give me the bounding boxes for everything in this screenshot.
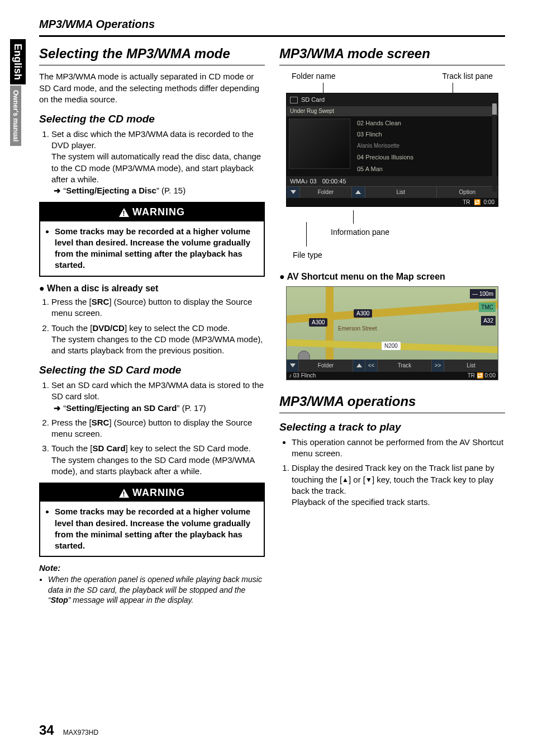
album-art: [289, 119, 350, 169]
mode-screen-shot: SD Card Under Rug Swept 02 Hands Clean 0…: [286, 93, 498, 207]
left-column: Selecting the MP3/WMA mode The MP3/WMA m…: [39, 45, 265, 710]
h1-selecting-mode: Selecting the MP3/WMA mode: [39, 45, 265, 65]
ops-step-1: Display the desired Track key on the Tra…: [292, 462, 505, 508]
header-rule: [39, 35, 505, 37]
folder-down-button[interactable]: [287, 360, 299, 372]
h2-cd-mode: Selecting the CD mode: [39, 112, 265, 126]
folder-up-button[interactable]: [352, 187, 365, 198]
tab-owners-manual: Owner's manual: [10, 86, 21, 146]
sd-step-2: Press the [SRC] (Source) button to displ…: [51, 417, 265, 440]
label-info-pane: Information pane: [286, 227, 498, 238]
warning-triangle-icon: !: [119, 208, 129, 217]
arrow-icon: ➜: [54, 403, 61, 413]
n200-badge: N200: [382, 342, 401, 351]
already-step-1: Press the [SRC] (Source) button to displ…: [51, 296, 265, 319]
a300-badge: A300: [309, 318, 327, 327]
h1-operations: MP3/WMA operations: [279, 393, 505, 413]
ops-note: This operation cannot be performed from …: [292, 437, 505, 460]
track-artist: Alanis Morissette: [355, 140, 496, 152]
up-triangle-icon: ▲: [342, 475, 349, 484]
track-row[interactable]: 04 Precious Illusions: [355, 152, 496, 163]
sd-step-3: Touch the [SD Card] key to select the SD…: [51, 443, 265, 477]
track-next-button[interactable]: >>: [432, 360, 444, 372]
label-track-list-pane: Track list pane: [442, 71, 493, 82]
warning-box-2: ! WARNING Some tracks may be recorded at…: [39, 483, 265, 557]
note-label: Note:: [39, 563, 265, 574]
list-button[interactable]: List: [444, 360, 498, 372]
down-triangle-icon: ▼: [365, 475, 372, 484]
svg-text:!: !: [123, 490, 126, 498]
ref-setting-sd: “Setting/Ejecting an SD Card” (P. 17): [63, 403, 206, 413]
h1-mode-screen: MP3/WMA mode screen: [279, 45, 505, 65]
page-footer: 34 MAX973HD: [39, 710, 505, 739]
folder-label: Folder: [300, 187, 352, 198]
cd-step-1: Set a disc which the MP3/WMA data is rec…: [51, 129, 265, 197]
page-number: 34: [39, 721, 54, 739]
track-list[interactable]: 02 Hands Clean 03 Flinch Alanis Morisset…: [353, 116, 498, 176]
ref-setting-disc: “Setting/Ejecting a Disc” (P. 15): [63, 186, 185, 195]
scrollbar[interactable]: [492, 103, 497, 192]
note-text: When the operation panel is opened while…: [48, 574, 265, 606]
tmc-badge: TMC: [479, 303, 496, 313]
folder-label: Folder: [299, 360, 353, 372]
h2-select-track: Selecting a track to play: [279, 420, 505, 434]
street-label: Emerson Street: [338, 325, 377, 333]
footer-tr: TR: [463, 199, 470, 206]
option-button[interactable]: Option: [437, 187, 498, 198]
page-header: MP3/WMA Operations: [39, 17, 505, 32]
label-folder-name: Folder name: [292, 71, 336, 82]
track-row[interactable]: 03 Flinch: [355, 129, 496, 140]
track-label: Track: [378, 360, 432, 372]
h3-disc-already-set: When a disc is already set: [39, 282, 265, 295]
list-button[interactable]: List: [365, 187, 437, 198]
info-track: WMA♪ 03: [290, 177, 317, 186]
warning-head: ! WARNING: [40, 484, 264, 502]
map-scale: — 100m: [470, 289, 496, 299]
track-prev-button[interactable]: <<: [365, 360, 378, 372]
right-column: MP3/WMA mode screen Folder name Track li…: [279, 45, 505, 710]
folder-up-button[interactable]: [353, 360, 365, 372]
warning-triangle-icon: !: [119, 489, 129, 498]
track-row[interactable]: 05 A Man: [355, 163, 496, 175]
track-row[interactable]: 02 Hands Clean: [355, 117, 496, 129]
folder-down-button[interactable]: [287, 187, 300, 198]
a32-badge: A32: [481, 316, 496, 326]
warning-1-text: Some tracks may be recorded at a higher …: [55, 226, 258, 271]
label-file-type: File type: [286, 250, 498, 261]
already-step-2: Touch the [DVD/CD] key to select the CD …: [51, 323, 265, 357]
sd-step-1: Set an SD card which the MP3/WMA data is…: [51, 380, 265, 414]
info-time: 00:00:45: [322, 177, 346, 186]
shot-source: SD Card: [301, 96, 325, 104]
model-number: MAX973HD: [63, 728, 98, 737]
warning-box-1: ! WARNING Some tracks may be recorded at…: [39, 202, 265, 276]
map-shot: — 100m TMC A32 A300 A300 N200 Emerson St…: [286, 286, 498, 380]
warning-head: ! WARNING: [40, 203, 264, 221]
status-track: ♪ 03 Flinch: [289, 372, 316, 380]
tab-english: English: [10, 39, 26, 84]
side-tabs: English Owner's manual: [10, 39, 27, 147]
shot-folder: Under Rug Swept: [287, 106, 498, 116]
arrow-icon: ➜: [54, 186, 61, 195]
a300-badge: A300: [354, 309, 372, 318]
svg-text:!: !: [123, 210, 126, 217]
warning-2-text: Some tracks may be recorded at a higher …: [55, 506, 258, 551]
h2-sd-mode: Selecting the SD Card mode: [39, 363, 265, 377]
sd-icon: [290, 97, 298, 103]
intro-text: The MP3/WMA mode is actually separated i…: [39, 71, 265, 105]
footer-time: 0:00: [484, 199, 494, 206]
h3-av-shortcut: AV Shortcut menu on the Map screen: [279, 271, 505, 283]
